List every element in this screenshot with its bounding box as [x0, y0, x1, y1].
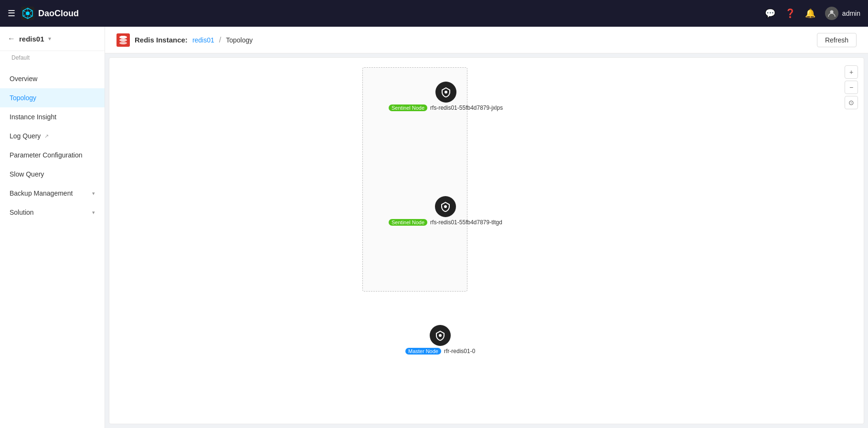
- topology-canvas: Sentinel Node rfs-redis01-55fb4d7879-jxl…: [109, 57, 864, 424]
- hamburger-icon[interactable]: ☰: [8, 8, 15, 19]
- breadcrumb-instance[interactable]: redis01: [192, 36, 214, 44]
- main-layout: ← redis01 ▾ Default Overview Topology In…: [0, 27, 868, 428]
- sidebar-instance-name: redis01: [19, 35, 44, 43]
- sidebar-item-overview-label: Overview: [10, 75, 37, 83]
- sidebar: ← redis01 ▾ Default Overview Topology In…: [0, 27, 105, 428]
- sidebar-item-solution[interactable]: Solution ▾: [0, 203, 105, 222]
- user-avatar-icon: [825, 7, 838, 20]
- breadcrumb-title: Redis Instance:: [135, 36, 188, 44]
- sentinel-node-2-label-area: Sentinel Node rfs-redis01-55fb4d7879-tlt…: [389, 219, 502, 226]
- navbar-left: ☰ DaoCloud: [8, 7, 765, 20]
- sidebar-item-solution-label: Solution: [10, 209, 34, 216]
- zoom-out-button[interactable]: −: [845, 81, 858, 94]
- navbar: ☰ DaoCloud 💬 ❓ 🔔 admin: [0, 0, 868, 27]
- sentinel-node-1-icon: [435, 82, 456, 103]
- sidebar-menu: Overview Topology Instance Insight Log Q…: [0, 65, 105, 226]
- master-node-icon: [430, 325, 451, 346]
- zoom-controls: + − ⊙: [845, 65, 858, 109]
- master-node-name: rfr-redis01-0: [444, 348, 475, 355]
- svg-point-19: [444, 205, 447, 208]
- master-node-badge: Master Node: [405, 348, 441, 355]
- sentinel-node-1[interactable]: Sentinel Node rfs-redis01-55fb4d7879-jxl…: [389, 82, 503, 111]
- breadcrumb-bar: Redis Instance: redis01 / Topology Refre…: [105, 27, 868, 53]
- sidebar-item-overview[interactable]: Overview: [0, 69, 105, 88]
- brand-name: DaoCloud: [38, 9, 79, 19]
- sidebar-item-instance-insight[interactable]: Instance Insight: [0, 107, 105, 126]
- sidebar-item-topology[interactable]: Topology: [0, 88, 105, 107]
- bell-icon[interactable]: 🔔: [805, 8, 815, 19]
- daocloud-logo-icon: [21, 7, 34, 20]
- sentinel-node-1-badge: Sentinel Node: [389, 104, 427, 111]
- sentinel-node-1-label-area: Sentinel Node rfs-redis01-55fb4d7879-jxl…: [389, 104, 503, 111]
- svg-point-18: [445, 91, 447, 94]
- sidebar-header: ← redis01 ▾: [0, 27, 105, 51]
- external-link-icon: ↗: [44, 133, 49, 139]
- redis-icon: [116, 33, 130, 47]
- sidebar-header-left: ← redis01 ▾: [8, 34, 51, 43]
- refresh-button[interactable]: Refresh: [817, 33, 857, 47]
- svg-point-2: [26, 11, 30, 15]
- sidebar-item-topology-label: Topology: [10, 94, 36, 102]
- svg-point-16: [119, 39, 127, 42]
- username: admin: [842, 10, 860, 17]
- dropdown-icon[interactable]: ▾: [48, 35, 51, 42]
- back-icon[interactable]: ←: [8, 34, 15, 43]
- solution-arrow-icon: ▾: [92, 209, 95, 216]
- backup-management-arrow-icon: ▾: [92, 190, 95, 197]
- sidebar-item-slow-query-label: Slow Query: [10, 170, 44, 178]
- svg-point-15: [119, 36, 127, 39]
- sidebar-item-parameter-configuration-label: Parameter Configuration: [10, 151, 83, 159]
- breadcrumb-current: Topology: [226, 36, 253, 44]
- sidebar-item-log-query-label: Log Query: [10, 132, 41, 140]
- content-area: Redis Instance: redis01 / Topology Refre…: [105, 27, 868, 428]
- sidebar-item-log-query[interactable]: Log Query ↗: [0, 126, 105, 146]
- zoom-reset-button[interactable]: ⊙: [845, 96, 858, 109]
- sidebar-item-backup-management-label: Backup Management: [10, 189, 73, 197]
- sidebar-item-backup-management[interactable]: Backup Management ▾: [0, 184, 105, 203]
- navbar-right: 💬 ❓ 🔔 admin: [765, 7, 860, 20]
- zoom-in-button[interactable]: +: [845, 65, 858, 79]
- svg-point-17: [119, 42, 127, 44]
- sidebar-item-slow-query[interactable]: Slow Query: [0, 165, 105, 184]
- user-menu[interactable]: admin: [825, 7, 860, 20]
- svg-point-20: [439, 334, 442, 337]
- default-label: Default: [8, 53, 33, 62]
- sentinel-node-2-badge: Sentinel Node: [389, 219, 427, 226]
- sentinel-node-2[interactable]: Sentinel Node rfs-redis01-55fb4d7879-tlt…: [389, 196, 502, 226]
- sentinel-node-2-icon: [435, 196, 456, 217]
- sentinel-node-2-name: rfs-redis01-55fb4d7879-tltgd: [430, 219, 502, 226]
- master-node[interactable]: Master Node rfr-redis01-0: [405, 325, 475, 355]
- sidebar-item-parameter-configuration[interactable]: Parameter Configuration: [0, 146, 105, 165]
- sentinel-node-1-name: rfs-redis01-55fb4d7879-jxlps: [430, 104, 503, 111]
- sidebar-item-instance-insight-label: Instance Insight: [10, 113, 56, 121]
- master-node-label-area: Master Node rfr-redis01-0: [405, 348, 475, 355]
- help-icon[interactable]: ❓: [785, 8, 795, 19]
- chat-icon[interactable]: 💬: [765, 8, 775, 19]
- breadcrumb-left: Redis Instance: redis01 / Topology: [116, 33, 253, 47]
- logo-area: DaoCloud: [21, 7, 79, 20]
- breadcrumb-separator: /: [219, 36, 221, 44]
